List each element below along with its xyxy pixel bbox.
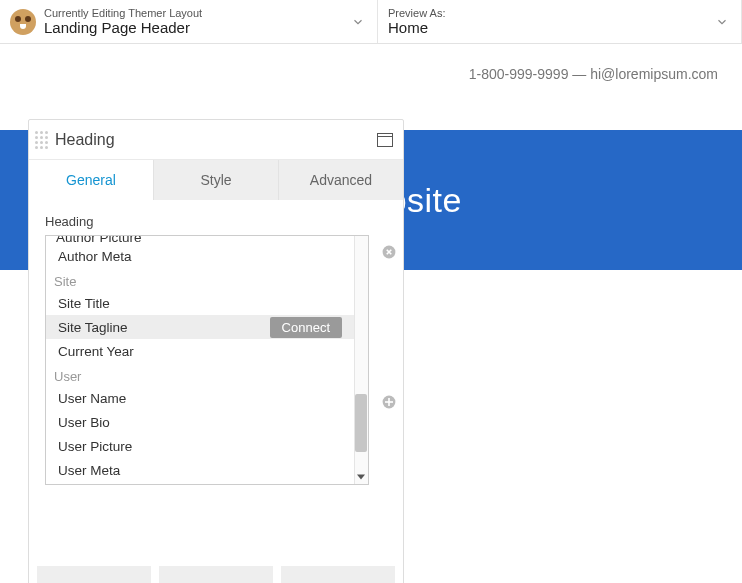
panel-tabs: General Style Advanced — [29, 160, 403, 200]
editing-labels: Currently Editing Themer Layout Landing … — [44, 7, 202, 37]
dropdown-option-label: Site Tagline — [58, 320, 128, 335]
beaver-logo-icon — [10, 9, 36, 35]
cancel-button[interactable]: Cancel — [281, 566, 395, 583]
preview-as-dropdown[interactable]: Preview As: Home — [378, 0, 742, 43]
dropdown-option[interactable]: Site Title — [46, 291, 354, 315]
editing-caption: Currently Editing Themer Layout — [44, 7, 202, 20]
drag-handle-icon[interactable] — [35, 131, 49, 149]
expand-icon[interactable] — [377, 133, 393, 147]
settings-panel: Heading General Style Advanced Heading A… — [28, 119, 404, 583]
editing-value: Landing Page Header — [44, 19, 202, 36]
dropdown-option[interactable]: Author Meta — [46, 244, 354, 268]
dropdown-option-partial[interactable]: Author Picture — [46, 236, 354, 244]
panel-footer: Save Save As... Cancel — [29, 558, 403, 583]
heading-field-label: Heading — [45, 214, 387, 229]
dropdown-arrow-icon[interactable] — [354, 470, 368, 484]
panel-title: Heading — [55, 131, 377, 149]
chevron-down-icon — [351, 15, 365, 29]
tab-style[interactable]: Style — [154, 160, 279, 200]
dropdown-scrollbar-thumb[interactable] — [355, 394, 367, 452]
dropdown-list: Author Picture Author Meta Site Site Tit… — [46, 236, 354, 484]
heading-source-dropdown[interactable]: Author Picture Author Meta Site Site Tit… — [45, 235, 369, 485]
tab-general[interactable]: General — [29, 160, 154, 200]
dropdown-group-site: Site — [46, 268, 354, 291]
svg-marker-0 — [357, 475, 365, 480]
svg-rect-6 — [385, 401, 393, 403]
page-canvas: 1-800-999-9999 — hi@loremipsum.com My We… — [0, 44, 742, 583]
dropdown-option[interactable]: User Name — [46, 386, 354, 410]
panel-body: Heading Author Picture Author Meta Site … — [29, 200, 403, 558]
tab-advanced[interactable]: Advanced — [279, 160, 403, 200]
panel-header[interactable]: Heading — [29, 120, 403, 160]
contact-line: 1-800-999-9999 — hi@loremipsum.com — [469, 66, 718, 82]
preview-labels: Preview As: Home — [388, 7, 445, 37]
editing-layout-dropdown[interactable]: Currently Editing Themer Layout Landing … — [0, 0, 378, 43]
admin-bar: Currently Editing Themer Layout Landing … — [0, 0, 742, 44]
dropdown-option[interactable]: User Bio — [46, 410, 354, 434]
dropdown-option[interactable]: User Meta — [46, 458, 354, 482]
preview-value: Home — [388, 19, 445, 36]
dropdown-option-hovered[interactable]: Site Tagline Connect — [46, 315, 354, 339]
connect-button[interactable]: Connect — [270, 317, 342, 338]
dropdown-option[interactable]: User Picture — [46, 434, 354, 458]
clear-icon[interactable] — [379, 242, 399, 262]
add-icon[interactable] — [379, 392, 399, 412]
chevron-down-icon — [715, 15, 729, 29]
dropdown-group-user: User — [46, 363, 354, 386]
save-as-button[interactable]: Save As... — [159, 566, 273, 583]
preview-caption: Preview As: — [388, 7, 445, 20]
save-button[interactable]: Save — [37, 566, 151, 583]
dropdown-option[interactable]: Current Year — [46, 339, 354, 363]
